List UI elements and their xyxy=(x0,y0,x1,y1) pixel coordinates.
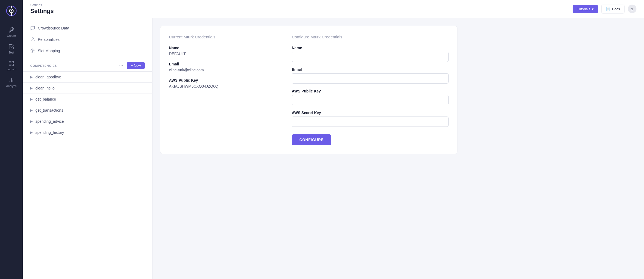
docs-button[interactable]: 📄 Docs xyxy=(601,5,625,14)
main-wrapper: Settings Settings Tutorials ▾ 📄 Docs 1 xyxy=(23,0,644,279)
menu-item-crowdsource-label: Crowdsource Data xyxy=(38,26,69,30)
sidebar-item-test[interactable]: Test xyxy=(0,41,23,57)
competency-item-spending-advice[interactable]: ▶ spending_advice xyxy=(23,116,152,127)
configure-name-label: Name xyxy=(292,46,449,50)
form-group-aws-secret-key: AWS Secret Key xyxy=(292,111,449,127)
configure-aws-secret-key-input[interactable] xyxy=(292,117,449,127)
configure-name-input[interactable] xyxy=(292,52,449,62)
current-aws-public-key-label: AWS Public Key xyxy=(169,78,281,82)
competency-item-get-transactions[interactable]: ▶ get_transactions xyxy=(23,105,152,116)
svg-point-13 xyxy=(32,50,34,52)
competencies-more-button[interactable]: ··· xyxy=(118,62,125,69)
svg-point-2 xyxy=(11,10,12,12)
svg-point-12 xyxy=(32,38,34,39)
chat-icon xyxy=(30,26,35,31)
chevron-right-icon: ▶ xyxy=(30,131,33,134)
competency-item-clean-hello[interactable]: ▶ clean_hello xyxy=(23,82,152,94)
competencies-actions: ··· + New xyxy=(118,62,145,69)
competency-label-clean-goodbye: clean_goodbye xyxy=(35,75,61,79)
competency-item-get-balance[interactable]: ▶ get_balance xyxy=(23,94,152,105)
chevron-right-icon: ▶ xyxy=(30,86,33,90)
header: Settings Settings Tutorials ▾ 📄 Docs 1 xyxy=(23,0,644,18)
competencies-header: COMPETENCIES ··· + New xyxy=(23,59,152,71)
chevron-right-icon: ▶ xyxy=(30,75,33,79)
slot-icon xyxy=(30,48,35,53)
form-group-aws-public-key: AWS Public Key xyxy=(292,89,449,105)
current-section-title: Current Mturk Credentials xyxy=(169,35,281,39)
sidebar-item-launch-label: Launch xyxy=(6,68,16,71)
menu-item-personalities[interactable]: Personalities xyxy=(23,34,152,45)
svg-rect-5 xyxy=(9,61,11,63)
sidebar: Create Test Launch Analyze xyxy=(0,0,23,279)
svg-rect-8 xyxy=(12,64,14,66)
competency-item-spending-history[interactable]: ▶ spending_history xyxy=(23,127,152,138)
current-name-value: DEFAULT xyxy=(169,52,281,56)
sidebar-item-create[interactable]: Create xyxy=(0,24,23,41)
settings-menu: Crowdsource Data Personalities Slot Mapp… xyxy=(23,18,152,142)
chevron-down-icon: ▾ xyxy=(592,7,594,11)
competency-label-spending-history: spending_history xyxy=(35,130,64,135)
header-right: Tutorials ▾ 📄 Docs 1 xyxy=(573,5,636,14)
sidebar-item-analyze-label: Analyze xyxy=(6,84,16,88)
menu-item-crowdsource[interactable]: Crowdsource Data xyxy=(23,22,152,34)
page-title: Settings xyxy=(30,8,54,15)
sidebar-item-test-label: Test xyxy=(9,51,14,54)
chevron-right-icon: ▶ xyxy=(30,97,33,101)
menu-item-personalities-label: Personalities xyxy=(38,37,59,42)
credentials-grid: Current Mturk Credentials Name DEFAULT E… xyxy=(169,35,449,145)
configure-email-label: Email xyxy=(292,67,449,72)
configure-aws-public-key-label: AWS Public Key xyxy=(292,89,449,93)
competencies-new-button[interactable]: + New xyxy=(127,62,145,69)
svg-rect-7 xyxy=(9,64,11,66)
docs-icon: 📄 xyxy=(606,7,610,11)
current-name-label: Name xyxy=(169,46,281,50)
app-logo[interactable] xyxy=(5,4,18,17)
configure-credentials-section: Configure Mturk Credentials Name Email A… xyxy=(292,35,449,145)
form-group-name: Name xyxy=(292,46,449,62)
configure-aws-public-key-input[interactable] xyxy=(292,95,449,105)
docs-label: Docs xyxy=(612,7,620,11)
competencies-label: COMPETENCIES xyxy=(30,64,57,67)
header-left: Settings Settings xyxy=(30,3,54,15)
menu-item-slot-mapping-label: Slot Mapping xyxy=(38,49,60,53)
svg-rect-6 xyxy=(12,61,14,63)
credentials-card: Current Mturk Credentials Name DEFAULT E… xyxy=(160,26,457,154)
person-icon xyxy=(30,37,35,42)
left-panel: Crowdsource Data Personalities Slot Mapp… xyxy=(23,18,152,279)
content-area: Crowdsource Data Personalities Slot Mapp… xyxy=(23,18,644,279)
form-group-email: Email xyxy=(292,67,449,84)
current-credentials-section: Current Mturk Credentials Name DEFAULT E… xyxy=(169,35,281,145)
tutorials-label: Tutorials xyxy=(577,7,590,11)
configure-aws-secret-key-label: AWS Secret Key xyxy=(292,111,449,115)
sidebar-item-create-label: Create xyxy=(7,34,16,37)
current-aws-public-key-value: AKIAJSHWM5CXQ34JZQ6Q xyxy=(169,84,281,88)
competency-label-get-transactions: get_transactions xyxy=(35,108,63,112)
configure-section-title: Configure Mturk Credentials xyxy=(292,35,449,39)
competency-item-clean-goodbye[interactable]: ▶ clean_goodbye xyxy=(23,71,152,82)
current-email-value: clinc-turk@clinc.com xyxy=(169,68,281,72)
chevron-right-icon: ▶ xyxy=(30,108,33,112)
sidebar-item-analyze[interactable]: Analyze xyxy=(0,74,23,91)
current-email-label: Email xyxy=(169,62,281,66)
menu-item-slot-mapping[interactable]: Slot Mapping xyxy=(23,45,152,57)
chevron-right-icon: ▶ xyxy=(30,119,33,123)
configure-button[interactable]: CONFIGURE xyxy=(292,134,331,145)
avatar[interactable]: 1 xyxy=(628,5,636,13)
competency-label-spending-advice: spending_advice xyxy=(35,119,64,124)
right-panel: Current Mturk Credentials Name DEFAULT E… xyxy=(152,18,644,279)
competency-label-get-balance: get_balance xyxy=(35,97,56,101)
competency-label-clean-hello: clean_hello xyxy=(35,86,55,90)
breadcrumb: Settings xyxy=(30,3,54,7)
configure-email-input[interactable] xyxy=(292,73,449,84)
sidebar-item-launch[interactable]: Launch xyxy=(0,57,23,74)
tutorials-button[interactable]: Tutorials ▾ xyxy=(573,5,598,13)
competencies-new-label: + New xyxy=(131,64,141,68)
